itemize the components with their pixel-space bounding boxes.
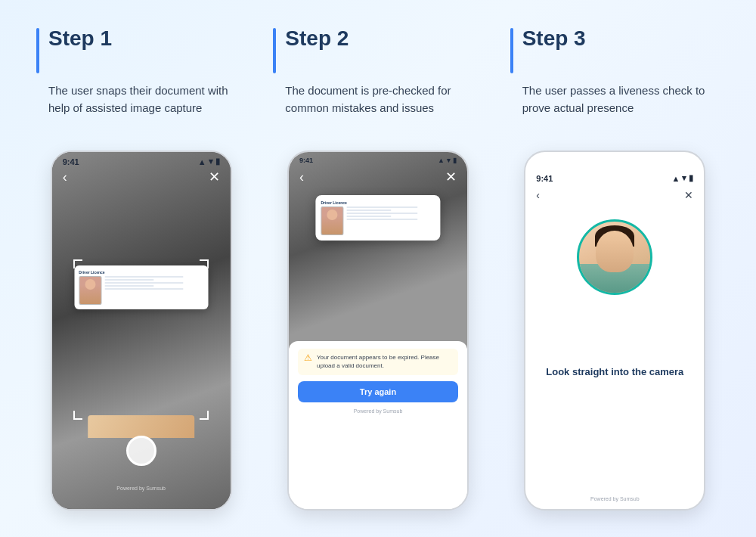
look-text: Look straight into the camera	[534, 365, 696, 379]
hand-icon	[88, 415, 195, 438]
id-text-1	[104, 276, 203, 305]
id-line-2a	[346, 206, 417, 208]
camera-shutter-button[interactable]	[126, 436, 156, 466]
step-2-phone: 9:41 ▲ ▾ ▮ ‹ ✕ Driver Licence	[287, 151, 469, 511]
step-3-header: Step 3	[510, 26, 586, 73]
wifi-icon: ▾	[209, 157, 213, 166]
phone-2-status-bar: 9:41 ▲ ▾ ▮	[289, 157, 467, 164]
step-2-column: Step 2 The document is pre-checked for c…	[259, 26, 496, 511]
close-icon-2[interactable]: ✕	[445, 169, 457, 185]
phone-2-bottom-sheet: ⚠ Your document appears to be expired. P…	[289, 341, 467, 509]
signal-icon-2: ▲	[438, 157, 445, 164]
back-chevron-icon-3[interactable]: ‹	[536, 189, 540, 201]
step-2-title: Step 2	[285, 26, 349, 51]
id-card-1: Driver Licence	[74, 265, 208, 309]
close-icon-3[interactable]: ✕	[684, 189, 693, 201]
step-3-phone: 9:41 ▲ ▾ ▮ ‹ ✕ Look straight into	[524, 151, 705, 511]
id-line-2e	[346, 219, 417, 220]
battery-icon-3: ▮	[689, 173, 693, 183]
phone-3-content: 9:41 ▲ ▾ ▮ ‹ ✕ Look straight into	[525, 152, 704, 509]
phone-3-time: 9:41	[536, 174, 553, 183]
step-1-header: Step 1	[36, 26, 112, 73]
try-again-button[interactable]: Try again	[298, 381, 458, 402]
phone-1-time: 9:41	[63, 157, 79, 166]
face-head	[596, 231, 634, 272]
step-3-column: Step 3 The user passes a liveness check …	[497, 26, 733, 511]
id-photo-1	[79, 276, 101, 305]
step-1-phone: 9:41 ▲ ▾ ▮ ‹ ✕ Driver Licence	[51, 151, 232, 511]
wifi-icon-3: ▾	[682, 173, 686, 183]
id-card-1-inner	[79, 276, 203, 305]
step-3-title: Step 3	[522, 26, 586, 51]
step-1-column: Step 1 The user snaps their document wit…	[23, 26, 259, 511]
close-icon[interactable]: ✕	[209, 169, 220, 185]
id-line-2b	[346, 210, 391, 211]
wifi-icon-2: ▾	[447, 157, 451, 164]
powered-by-1: Powered by Sumsub	[116, 486, 166, 491]
phone-1-nav: ‹ ✕	[52, 169, 231, 185]
corner-br	[200, 411, 209, 420]
step-2-description: The document is pre-checked for common m…	[273, 82, 482, 137]
battery-icon-2: ▮	[453, 157, 457, 164]
phone-1-status-bar: 9:41 ▲ ▾ ▮	[52, 152, 231, 169]
phone-2-status-icons: ▲ ▾ ▮	[438, 157, 457, 164]
step-3-border	[510, 28, 513, 73]
id-face-2	[321, 207, 342, 234]
back-chevron-icon-2[interactable]: ‹	[299, 169, 304, 185]
step-1-title: Step 1	[48, 26, 112, 51]
id-card-2-inner	[321, 206, 435, 235]
back-chevron-icon[interactable]: ‹	[63, 169, 67, 185]
step-1-border	[36, 28, 39, 73]
id-photo-2	[321, 206, 343, 235]
phone-3-status-icons: ▲ ▾ ▮	[671, 173, 693, 183]
powered-by-2: Powered by Sumsub	[298, 408, 458, 414]
id-line-2	[104, 282, 184, 284]
id-line	[104, 276, 184, 278]
powered-by-3: Powered by Sumsub	[590, 496, 640, 501]
id-line-3	[104, 288, 184, 290]
phone-3-status-bar: 9:41 ▲ ▾ ▮	[525, 169, 704, 186]
step-1-description: The user snaps their document with help …	[36, 82, 246, 137]
signal-icon-3: ▲	[671, 174, 680, 183]
phone-2-time: 9:41	[299, 157, 313, 164]
phone-1-status-icons: ▲ ▾ ▮	[198, 157, 220, 166]
warning-icon: ⚠	[304, 353, 312, 362]
id-line-2d	[346, 216, 391, 217]
warning-text: Your document appears to be expired. Ple…	[317, 353, 452, 370]
id-card-2: Driver Licence	[315, 195, 440, 241]
corner-bl	[73, 411, 82, 420]
id-card-1-title: Driver Licence	[79, 270, 203, 275]
id-card-2-title: Driver Licence	[321, 200, 435, 205]
warning-box: ⚠ Your document appears to be expired. P…	[298, 349, 458, 374]
step-2-header: Step 2	[273, 26, 349, 73]
id-line-2c	[346, 213, 417, 214]
id-line-short-2	[104, 285, 154, 287]
phone-3-nav: ‹ ✕	[525, 186, 704, 204]
face-circle	[577, 219, 652, 295]
battery-icon: ▮	[215, 157, 220, 166]
phone-2-nav: ‹ ✕	[289, 169, 467, 185]
id-line-short	[104, 279, 154, 281]
main-container: Step 1 The user snaps their document wit…	[15, 11, 741, 526]
id-face-1	[79, 277, 101, 304]
id-text-2	[346, 206, 435, 235]
step-3-description: The user passes a liveness check to prov…	[510, 82, 720, 137]
signal-icon: ▲	[198, 157, 206, 166]
step-2-border	[273, 28, 276, 73]
